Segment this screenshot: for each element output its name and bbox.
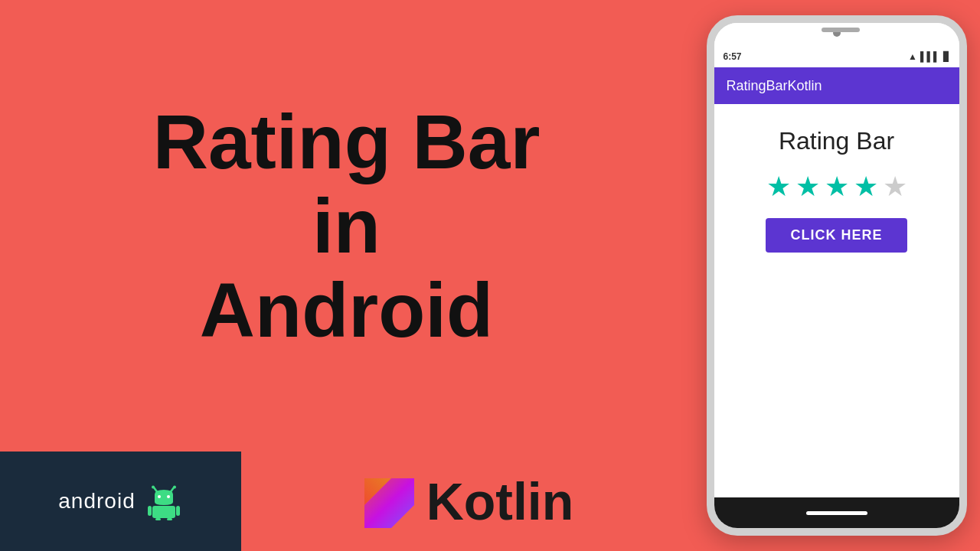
status-time: 6:57 xyxy=(724,51,742,62)
phone-bottom-nav xyxy=(714,497,959,528)
bottom-bar: android xyxy=(0,452,693,551)
click-here-button[interactable]: CLICK HERE xyxy=(766,218,906,253)
phone-mockup: 6:57 ▲ ▌▌▌ ▊ RatingBarKotlin Rating Bar … xyxy=(707,15,967,536)
status-bar: 6:57 ▲ ▌▌▌ ▊ xyxy=(714,46,959,67)
svg-rect-9 xyxy=(155,518,161,520)
main-title: Rating Bar in Android xyxy=(153,99,541,352)
star-1[interactable]: ★ xyxy=(766,171,791,203)
title-line1: Rating Bar xyxy=(153,99,541,184)
svg-rect-6 xyxy=(152,506,175,518)
star-3[interactable]: ★ xyxy=(825,171,849,203)
speaker-icon xyxy=(822,28,860,32)
android-section: android xyxy=(0,452,241,551)
right-panel: 6:57 ▲ ▌▌▌ ▊ RatingBarKotlin Rating Bar … xyxy=(693,0,980,551)
left-panel: Rating Bar in Android android xyxy=(0,0,693,551)
svg-rect-10 xyxy=(167,518,172,520)
android-robot-icon xyxy=(145,482,183,520)
svg-point-3 xyxy=(173,486,176,489)
star-2[interactable]: ★ xyxy=(795,171,820,203)
svg-point-2 xyxy=(152,486,155,489)
app-toolbar: RatingBarKotlin xyxy=(714,67,959,104)
status-icons: ▲ ▌▌▌ ▊ xyxy=(908,51,949,62)
svg-rect-8 xyxy=(176,506,180,516)
title-line2: in xyxy=(312,183,381,269)
kotlin-logo-icon xyxy=(361,474,414,528)
star-4[interactable]: ★ xyxy=(854,171,878,203)
home-indicator[interactable] xyxy=(806,511,867,515)
svg-rect-7 xyxy=(148,506,152,516)
app-toolbar-title: RatingBarKotlin xyxy=(727,78,822,94)
svg-point-4 xyxy=(158,495,161,498)
title-line3: Android xyxy=(200,267,493,353)
phone-top xyxy=(714,23,959,46)
star-5[interactable]: ★ xyxy=(883,171,907,203)
app-content: Rating Bar ★ ★ ★ ★ ★ CLICK HERE xyxy=(714,104,959,497)
kotlin-section: Kotlin xyxy=(241,452,693,551)
stars-rating[interactable]: ★ ★ ★ ★ ★ xyxy=(766,171,907,203)
kotlin-label: Kotlin xyxy=(426,471,574,531)
battery-icon: ▊ xyxy=(943,51,950,62)
title-area: Rating Bar in Android xyxy=(0,0,693,452)
wifi-icon: ▲ xyxy=(908,51,917,62)
svg-point-5 xyxy=(167,495,170,498)
signal-icon: ▌▌▌ xyxy=(920,51,940,62)
app-heading: Rating Bar xyxy=(779,127,894,155)
android-label: android xyxy=(58,489,135,514)
